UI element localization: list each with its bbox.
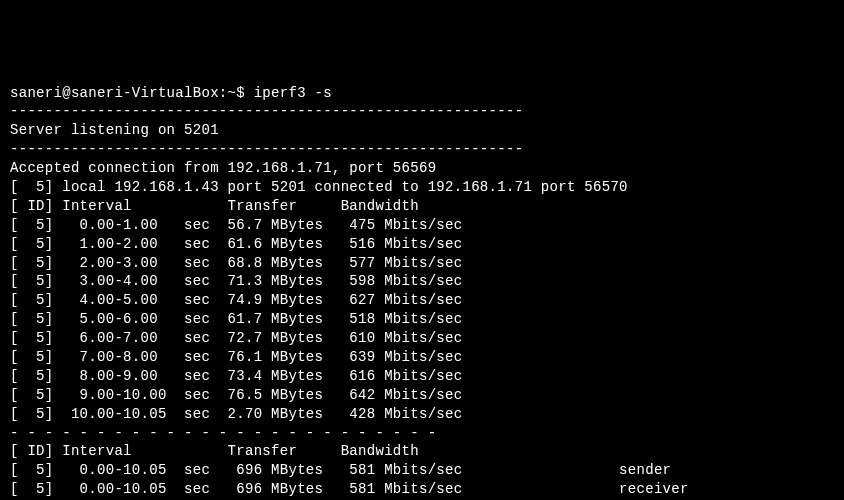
interval-row: [ 5] 3.00-4.00 sec 71.3 MBytes 598 Mbits…: [10, 273, 462, 289]
column-header: [ ID] Interval Transfer Bandwidth: [10, 198, 419, 214]
summary-row: [ 5] 0.00-10.05 sec 696 MBytes 581 Mbits…: [10, 462, 671, 478]
interval-row: [ 5] 8.00-9.00 sec 73.4 MBytes 616 Mbits…: [10, 368, 462, 384]
separator: ----------------------------------------…: [10, 141, 523, 157]
summary-row: [ 5] 0.00-10.05 sec 696 MBytes 581 Mbits…: [10, 481, 689, 497]
interval-row: [ 5] 4.00-5.00 sec 74.9 MBytes 627 Mbits…: [10, 292, 462, 308]
column-header: [ ID] Interval Transfer Bandwidth: [10, 443, 419, 459]
interval-row: [ 5] 7.00-8.00 sec 76.1 MBytes 639 Mbits…: [10, 349, 462, 365]
dash-separator: - - - - - - - - - - - - - - - - - - - - …: [10, 425, 436, 441]
separator: ----------------------------------------…: [10, 103, 523, 119]
interval-row: [ 5] 9.00-10.00 sec 76.5 MBytes 642 Mbit…: [10, 387, 462, 403]
connection-detail: [ 5] local 192.168.1.43 port 5201 connec…: [10, 179, 628, 195]
shell-prompt: saneri@saneri-VirtualBox:~$ iperf3 -s: [10, 85, 332, 101]
interval-row: [ 5] 10.00-10.05 sec 2.70 MBytes 428 Mbi…: [10, 406, 462, 422]
interval-row: [ 5] 0.00-1.00 sec 56.7 MBytes 475 Mbits…: [10, 217, 462, 233]
interval-row: [ 5] 1.00-2.00 sec 61.6 MBytes 516 Mbits…: [10, 236, 462, 252]
interval-row: [ 5] 2.00-3.00 sec 68.8 MBytes 577 Mbits…: [10, 255, 462, 271]
accepted-connection: Accepted connection from 192.168.1.71, p…: [10, 160, 436, 176]
terminal-output: saneri@saneri-VirtualBox:~$ iperf3 -s --…: [10, 84, 834, 500]
server-listening: Server listening on 5201: [10, 122, 219, 138]
interval-row: [ 5] 5.00-6.00 sec 61.7 MBytes 518 Mbits…: [10, 311, 462, 327]
interval-row: [ 5] 6.00-7.00 sec 72.7 MBytes 610 Mbits…: [10, 330, 462, 346]
